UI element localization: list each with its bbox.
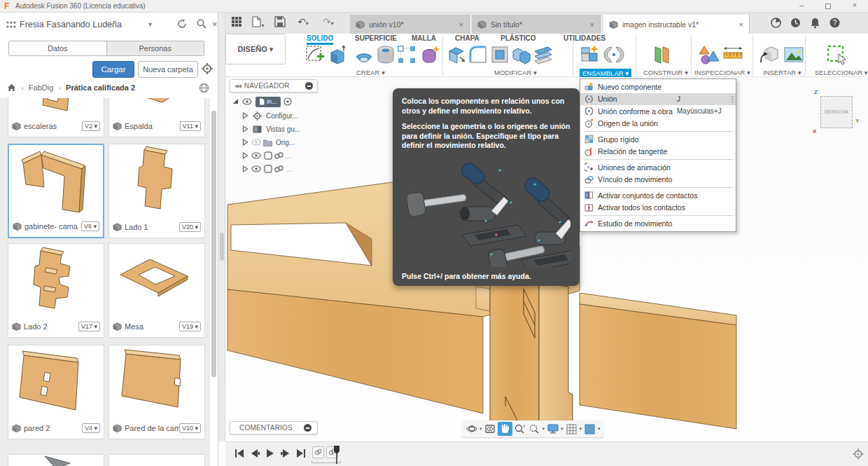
- menu-item-origen-de-la-union[interactable]: Origen de la unión: [580, 118, 736, 130]
- document-tab-union[interactable]: unión v10* ×: [350, 15, 470, 34]
- look-at-tool[interactable]: [483, 422, 498, 436]
- refresh-icon[interactable]: [176, 18, 190, 32]
- nueva-carpeta-button[interactable]: Nueva carpeta: [138, 61, 198, 78]
- undo-button[interactable]: ↶▾: [295, 16, 311, 30]
- extrude-icon[interactable]: [327, 44, 348, 65]
- eye-icon[interactable]: [242, 98, 252, 105]
- caret-down-icon[interactable]: ▾: [598, 426, 601, 432]
- new-component-icon[interactable]: [580, 44, 601, 65]
- caret-down-icon[interactable]: ▾: [479, 426, 482, 432]
- collapsed-triangle-icon[interactable]: [242, 112, 248, 119]
- file-card-mesa[interactable]: Mesa V19 ▾: [108, 243, 205, 338]
- restore-button[interactable]: [818, 1, 839, 12]
- navigator-root-item[interactable]: in...: [255, 97, 281, 107]
- app-grid-icon[interactable]: [231, 16, 246, 30]
- version-dropdown[interactable]: V6 ▾: [81, 221, 99, 231]
- radio-target-icon[interactable]: [284, 97, 292, 106]
- env-tab-chapa[interactable]: CHAPA: [455, 34, 479, 42]
- more-options-icon[interactable]: ⋮: [729, 95, 736, 103]
- collapse-chevrons-icon[interactable]: ◀◀: [234, 83, 241, 89]
- tab-personas[interactable]: Personas: [106, 41, 204, 55]
- combine-icon[interactable]: [511, 44, 532, 65]
- version-dropdown[interactable]: V19 ▾: [179, 322, 201, 331]
- group-inspeccionar[interactable]: INSPECCIONAR ▾: [694, 69, 750, 76]
- tab-close-icon[interactable]: ×: [590, 20, 594, 29]
- navigator-item-named-views[interactable]: Vistas gu...: [242, 123, 300, 135]
- cargar-button[interactable]: Cargar: [92, 61, 134, 78]
- go-to-start-button[interactable]: [234, 448, 245, 459]
- eye-icon[interactable]: [251, 165, 261, 172]
- timeline-feature-joint[interactable]: [312, 446, 324, 458]
- grid-snap-settings[interactable]: [564, 422, 579, 436]
- caret-down-icon[interactable]: ▾: [580, 426, 582, 432]
- menu-item-activar-conjuntos-de-contactos[interactable]: Activar conjuntos de contactos: [580, 189, 736, 202]
- group-seleccionar[interactable]: SELECCIONAR ▾: [815, 69, 868, 76]
- press-pull-icon[interactable]: [446, 44, 467, 65]
- timeline-playhead[interactable]: [333, 445, 340, 465]
- fillet-icon[interactable]: [468, 44, 489, 65]
- document-tab-sin-titulo[interactable]: Sin título* ×: [472, 15, 601, 34]
- pattern-icon[interactable]: [396, 44, 417, 65]
- panel-scrollbar-thumb[interactable]: [211, 111, 216, 377]
- construct-plane-icon[interactable]: [651, 44, 672, 65]
- create-form-icon[interactable]: [420, 44, 441, 65]
- panel-pin-icon[interactable]: [305, 82, 313, 90]
- joint-icon[interactable]: [603, 44, 624, 65]
- version-dropdown[interactable]: V10 ▾: [179, 423, 201, 433]
- fit-tool[interactable]: [527, 422, 542, 436]
- breadcrumb-current[interactable]: Prática calificada 2: [66, 83, 135, 92]
- home-icon[interactable]: [7, 83, 16, 92]
- select-icon[interactable]: [826, 44, 847, 65]
- menu-item-grupo-rigido[interactable]: Grupo rígido: [580, 133, 736, 146]
- user-name[interactable]: Fresia Fasanando Ludeña: [20, 20, 122, 29]
- viewcube[interactable]: DERECHA: [820, 96, 853, 128]
- caret-down-icon[interactable]: ▾: [561, 426, 564, 432]
- inspect-icon[interactable]: [699, 44, 720, 65]
- file-card-pared-2[interactable]: pared 2 V4 ▾: [8, 345, 104, 439]
- revolve-icon[interactable]: [354, 44, 374, 65]
- settings-gear-icon[interactable]: [202, 63, 213, 74]
- version-dropdown[interactable]: V2 ▾: [82, 121, 100, 131]
- menu-item-uniones-de-animacion[interactable]: Uniones de animación: [580, 161, 736, 174]
- breadcrumb-root[interactable]: FabDig: [29, 83, 53, 92]
- tab-close-icon[interactable]: ×: [739, 20, 743, 29]
- collapsed-triangle-icon[interactable]: [242, 125, 248, 132]
- group-construir[interactable]: CONSTRUIR ▾: [643, 69, 688, 76]
- shell-icon[interactable]: [489, 44, 510, 65]
- zoom-tool[interactable]: ±: [512, 422, 527, 436]
- split-body-icon[interactable]: [533, 44, 554, 65]
- close-button[interactable]: ×: [844, 1, 865, 12]
- create-sketch-icon[interactable]: [304, 44, 326, 65]
- viewports-settings[interactable]: [582, 422, 597, 436]
- search-icon[interactable]: [196, 18, 210, 32]
- menu-item-estudio-de-movimiento[interactable]: Estudio de movimiento: [580, 217, 736, 230]
- extensions-icon[interactable]: [770, 17, 784, 31]
- menu-item-relacion-de-tangente[interactable]: Relación de tangente: [580, 146, 736, 158]
- env-tab-solido[interactable]: SOLIDO: [307, 34, 333, 45]
- globe-icon[interactable]: [199, 83, 209, 93]
- file-card-lado-2[interactable]: Lado 2 V17 ▾: [8, 243, 104, 338]
- collapsed-triangle-icon[interactable]: [242, 165, 248, 172]
- menu-item-union[interactable]: Unión J ⋮: [580, 93, 736, 106]
- close-panel-icon[interactable]: ×: [212, 19, 218, 29]
- navigator-item-component[interactable]: ...: [242, 149, 292, 162]
- expand-triangle-icon[interactable]: [232, 98, 239, 105]
- document-tab-imagen-instructable[interactable]: imagen instructable v1* ×: [603, 15, 750, 34]
- group-crear[interactable]: CREAR ▾: [356, 69, 385, 76]
- step-back-button[interactable]: [249, 448, 260, 459]
- tab-close-icon[interactable]: ×: [459, 20, 463, 29]
- file-card-partial[interactable]: [8, 454, 104, 466]
- navigator-root-row[interactable]: in...: [232, 95, 292, 108]
- tab-datos[interactable]: Datos: [9, 41, 106, 55]
- collapsed-triangle-icon[interactable]: [242, 152, 248, 159]
- panel-pin-icon[interactable]: [304, 424, 312, 432]
- comments-panel-header[interactable]: COMENTARIOS: [230, 421, 318, 434]
- group-insertar[interactable]: INSERTAR ▾: [763, 69, 802, 76]
- env-tab-malla[interactable]: MALLA: [412, 34, 436, 42]
- timeline-settings-gear-icon[interactable]: [853, 448, 864, 460]
- version-dropdown[interactable]: V17 ▾: [78, 322, 100, 331]
- file-card-pared-de-la-cama[interactable]: Pared de la cama V10 ▾: [108, 345, 205, 439]
- step-forward-button[interactable]: [280, 448, 291, 459]
- measure-icon[interactable]: [722, 44, 743, 65]
- version-dropdown[interactable]: V20 ▾: [179, 222, 201, 232]
